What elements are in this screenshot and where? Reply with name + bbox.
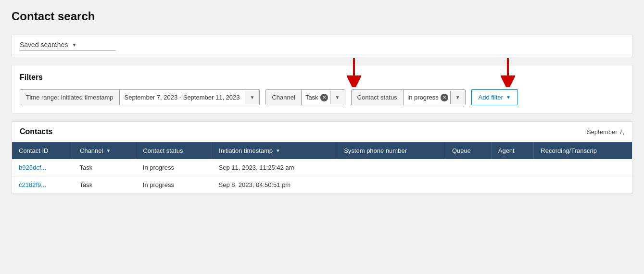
col-header-system-phone-number: System phone number	[337, 142, 445, 159]
cell-contact_id[interactable]: b925dcf...	[12, 159, 73, 176]
time-range-dropdown-icon[interactable]: ▼	[245, 91, 260, 104]
col-system-phone-label: System phone number	[344, 147, 407, 154]
col-header-initiation-timestamp[interactable]: Initiation timestamp ▼	[212, 142, 337, 159]
saved-searches-chevron-icon: ▼	[72, 42, 76, 48]
table-container: Contact ID Channel ▼ Contact status	[12, 142, 632, 194]
channel-dropdown-icon[interactable]: ▼	[330, 91, 345, 104]
cell-agent	[491, 176, 534, 194]
channel-sort-icon: ▼	[106, 148, 111, 153]
contact-id-link[interactable]: c2182f9...	[19, 181, 46, 188]
cell-initiation_timestamp: Sep 8, 2023, 04:50:51 pm	[212, 176, 337, 194]
cell-recording_transcript	[534, 159, 632, 176]
add-filter-button[interactable]: Add filter ▼	[471, 89, 518, 105]
contact-status-dropdown-icon[interactable]: ▼	[450, 91, 465, 104]
col-agent-label: Agent	[498, 147, 515, 154]
table-row: c2182f9...TaskIn progressSep 8, 2023, 04…	[12, 176, 632, 194]
contacts-title: Contacts	[20, 127, 52, 136]
page-container: Contact search Saved searches ▼ Filters	[0, 0, 644, 204]
channel-filter[interactable]: Channel Task ✕ ▼	[265, 89, 345, 105]
cell-recording_transcript	[534, 176, 632, 194]
add-filter-chevron-icon: ▼	[506, 95, 511, 100]
cell-contact_status: In progress	[136, 176, 212, 194]
col-header-contact-status: Contact status	[136, 142, 212, 159]
filters-title: Filters	[20, 73, 624, 82]
page-title: Contact search	[12, 10, 632, 23]
cell-contact_id[interactable]: c2182f9...	[12, 176, 73, 194]
cell-channel: Task	[73, 159, 136, 176]
contact-status-tag: In progress ✕	[404, 94, 450, 101]
cell-queue	[445, 176, 492, 194]
add-filter-label: Add filter	[479, 94, 503, 101]
saved-searches-label: Saved searches	[20, 41, 68, 49]
contacts-tbody: b925dcf...TaskIn progressSep 11, 2023, 1…	[12, 159, 632, 194]
cell-agent	[491, 159, 534, 176]
col-queue-label: Queue	[452, 147, 471, 154]
cell-system_phone_number	[337, 176, 445, 194]
col-header-queue: Queue	[445, 142, 492, 159]
col-channel-label: Channel	[80, 147, 103, 154]
contacts-date: September 7,	[587, 128, 624, 136]
cell-initiation_timestamp: Sep 11, 2023, 11:25:42 am	[212, 159, 337, 176]
cell-channel: Task	[73, 176, 136, 194]
col-recording-label: Recording/Transcrip	[541, 147, 597, 154]
saved-searches-dropdown[interactable]: Saved searches ▼	[20, 41, 116, 51]
filters-inner: Time range: Initiated timestamp Septembe…	[20, 89, 624, 105]
channel-tag: Task ✕	[302, 94, 330, 101]
col-initiation-timestamp-label: Initiation timestamp	[219, 147, 273, 154]
filters-section: Filters	[12, 65, 632, 113]
filters-row: Time range: Initiated timestamp Septembe…	[20, 89, 624, 105]
contacts-section: Contacts September 7, Contact ID Channel…	[12, 121, 632, 194]
contacts-table: Contact ID Channel ▼ Contact status	[12, 142, 632, 194]
contact-id-link[interactable]: b925dcf...	[19, 164, 46, 171]
cell-contact_status: In progress	[136, 159, 212, 176]
col-contact-status-label: Contact status	[143, 147, 183, 154]
col-header-channel[interactable]: Channel ▼	[73, 142, 136, 159]
contact-status-label: Contact status	[352, 90, 404, 105]
channel-value: Task	[305, 94, 318, 101]
col-contact-id-label: Contact ID	[19, 147, 48, 154]
table-row: b925dcf...TaskIn progressSep 11, 2023, 1…	[12, 159, 632, 176]
time-range-filter[interactable]: Time range: Initiated timestamp Septembe…	[20, 89, 260, 105]
contact-status-value: In progress	[407, 94, 439, 101]
time-range-value: September 7, 2023 - September 11, 2023	[120, 90, 245, 105]
channel-close-icon[interactable]: ✕	[320, 94, 328, 101]
col-header-recording: Recording/Transcrip	[534, 142, 632, 159]
initiation-sort-icon: ▼	[276, 148, 280, 153]
contacts-header: Contacts September 7,	[12, 122, 632, 142]
cell-queue	[445, 159, 492, 176]
channel-label: Channel	[266, 90, 301, 105]
table-header-row: Contact ID Channel ▼ Contact status	[12, 142, 632, 159]
saved-searches-section: Saved searches ▼	[12, 35, 632, 57]
time-range-label: Time range: Initiated timestamp	[20, 90, 120, 105]
col-header-contact-id: Contact ID	[12, 142, 73, 159]
contact-status-filter[interactable]: Contact status In progress ✕ ▼	[351, 89, 466, 105]
cell-system_phone_number	[337, 159, 445, 176]
contact-status-close-icon[interactable]: ✕	[441, 94, 448, 101]
col-header-agent: Agent	[491, 142, 534, 159]
